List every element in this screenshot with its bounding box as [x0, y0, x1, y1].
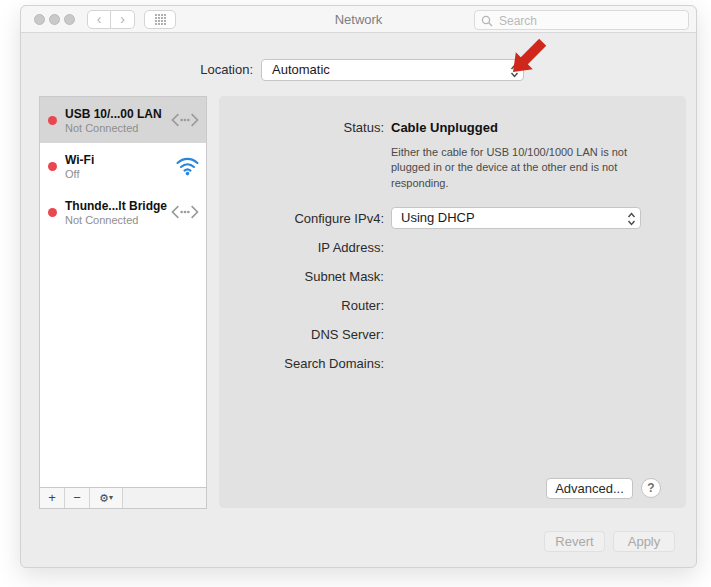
- configure-ipv4-row: Configure IPv4: Using DHCP: [219, 207, 686, 229]
- service-status: Not Connected: [65, 214, 170, 226]
- status-dot-red-icon: [48, 116, 57, 125]
- remove-service-button[interactable]: −: [65, 488, 90, 508]
- service-action-menu-button[interactable]: ⚙▾: [90, 488, 123, 508]
- subnet-mask-row: Subnet Mask:: [219, 265, 686, 287]
- chevron-down-icon: ▾: [109, 493, 113, 502]
- wifi-icon: [175, 156, 200, 176]
- dropdown-stepper-icon: [510, 63, 519, 79]
- dns-server-row: DNS Server:: [219, 323, 686, 345]
- configure-ipv4-label: Configure IPv4:: [219, 211, 384, 226]
- location-row: Location: Automatic: [21, 59, 696, 81]
- configure-ipv4-value: Using DHCP: [401, 210, 475, 225]
- add-service-button[interactable]: +: [40, 488, 65, 508]
- service-list-actions: + − ⚙▾: [40, 487, 206, 508]
- location-label: Location:: [133, 59, 253, 81]
- gear-icon: ⚙: [99, 492, 109, 504]
- service-name: Thunde...lt Bridge: [65, 199, 170, 213]
- title-bar: ‹ › Network: [21, 6, 696, 33]
- configure-ipv4-dropdown[interactable]: Using DHCP: [391, 207, 641, 229]
- search-field[interactable]: [474, 10, 689, 30]
- revert-button[interactable]: Revert: [544, 531, 605, 552]
- location-value: Automatic: [272, 62, 330, 77]
- search-domains-label: Search Domains:: [219, 356, 384, 371]
- service-status: Off: [65, 168, 175, 180]
- help-button[interactable]: ?: [641, 478, 661, 498]
- status-dot-red-icon: [48, 208, 57, 217]
- search-domains-row: Search Domains:: [219, 352, 686, 374]
- search-input[interactable]: [475, 12, 688, 30]
- status-row: Status: Cable Unplugged: [219, 116, 686, 138]
- service-status: Not Connected: [65, 122, 170, 134]
- ethernet-icon: [170, 111, 200, 129]
- status-description: Either the cable for USB 10/100/1000 LAN…: [391, 145, 667, 191]
- location-dropdown[interactable]: Automatic: [261, 59, 524, 81]
- network-preferences-window: ‹ › Network Location: Aut: [20, 5, 697, 568]
- status-label: Status:: [219, 120, 384, 135]
- ethernet-icon: [170, 203, 200, 221]
- service-item-thunderbolt-bridge[interactable]: Thunde...lt Bridge Not Connected: [40, 189, 206, 235]
- subnet-mask-label: Subnet Mask:: [219, 269, 384, 284]
- router-row: Router:: [219, 294, 686, 316]
- advanced-button[interactable]: Advanced...: [546, 478, 633, 499]
- status-value: Cable Unplugged: [391, 120, 498, 135]
- apply-button[interactable]: Apply: [613, 531, 675, 552]
- dropdown-stepper-icon: [627, 211, 636, 227]
- service-item-usb-lan[interactable]: USB 10/...00 LAN Not Connected: [40, 97, 206, 143]
- status-dot-red-icon: [48, 162, 57, 171]
- service-name: USB 10/...00 LAN: [65, 107, 170, 121]
- ip-address-row: IP Address:: [219, 236, 686, 258]
- search-icon: [481, 15, 493, 27]
- dns-server-label: DNS Server:: [219, 327, 384, 342]
- services-sidebar: USB 10/...00 LAN Not Connected Wi-Fi Off: [39, 96, 207, 509]
- connection-detail-panel: Status: Cable Unplugged Either the cable…: [219, 96, 686, 508]
- ip-address-label: IP Address:: [219, 240, 384, 255]
- service-list: USB 10/...00 LAN Not Connected Wi-Fi Off: [40, 97, 206, 487]
- service-name: Wi-Fi: [65, 153, 175, 167]
- router-label: Router:: [219, 298, 384, 313]
- ipv4-form: Configure IPv4: Using DHCP IP Address: S…: [219, 207, 686, 374]
- service-item-wifi[interactable]: Wi-Fi Off: [40, 143, 206, 189]
